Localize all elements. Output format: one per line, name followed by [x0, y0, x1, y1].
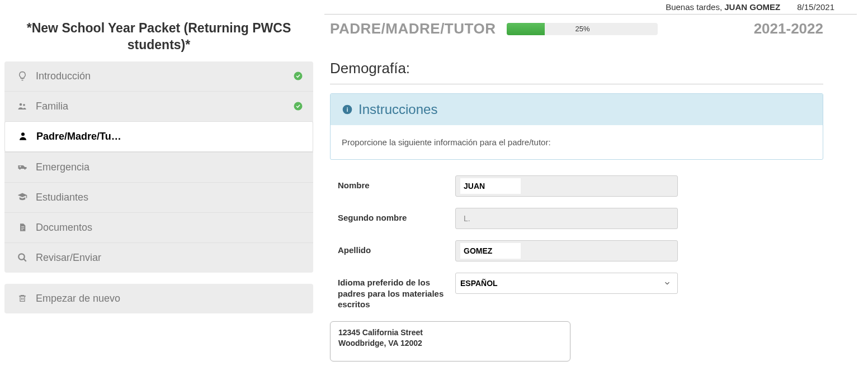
row-nombre: Nombre	[330, 175, 823, 197]
label-idioma: Idioma preferido de los padres para los …	[338, 273, 455, 310]
select-idioma[interactable]: ESPAÑOL	[455, 273, 678, 294]
greeting-label: Buenas tardes,	[666, 2, 722, 12]
row-apellido: Apellido	[330, 240, 823, 261]
sidebar: *New School Year Packet (Returning PWCS …	[0, 15, 313, 373]
address-box[interactable]: 12345 California Street Woodbridge, VA 1…	[330, 321, 570, 361]
label-nombre: Nombre	[338, 175, 455, 191]
nav-item-documentos[interactable]: Documentos	[4, 212, 313, 242]
nav-label: Familia	[36, 101, 68, 112]
main-header: PADRE/MADRE/TUTOR 25% 2021-2022	[330, 20, 823, 37]
nav-item-revisar[interactable]: Revisar/Enviar	[4, 242, 313, 273]
nav-label: Padre/Madre/Tu…	[36, 131, 121, 142]
graduation-icon	[15, 192, 30, 202]
label-apellido: Apellido	[338, 240, 455, 256]
progress-text: 25%	[575, 25, 589, 33]
input-wrap-nombre	[455, 175, 678, 197]
restart-section: Empezar de nuevo	[4, 284, 313, 313]
input-segundo[interactable]	[460, 211, 673, 226]
nav-item-padre[interactable]: Padre/Madre/Tu…	[4, 121, 313, 152]
nav-label: Revisar/Enviar	[36, 252, 101, 264]
trash-icon	[15, 293, 30, 303]
document-icon	[15, 222, 30, 232]
ambulance-icon	[15, 162, 30, 172]
row-idioma: Idioma preferido de los padres para los …	[330, 273, 823, 310]
svg-point-5	[18, 254, 25, 260]
address-line2: Woodbridge, VA 12002	[338, 338, 562, 349]
input-wrap-segundo	[455, 208, 678, 229]
svg-point-2	[23, 104, 25, 106]
nav-list: Introducción Familia Padre/Madre/Tu…	[4, 61, 313, 273]
address-line1: 12345 California Street	[338, 327, 562, 339]
person-icon	[15, 131, 31, 141]
nav-item-estudiantes[interactable]: Estudiantes	[4, 182, 313, 212]
restart-label: Empezar de nuevo	[36, 293, 120, 304]
svg-text:i: i	[346, 106, 348, 113]
label-segundo: Segundo nombre	[338, 208, 455, 223]
svg-point-3	[294, 102, 303, 111]
people-icon	[15, 101, 30, 111]
user-name: JUAN GOMEZ	[724, 2, 780, 12]
section-divider	[330, 84, 823, 84]
check-icon	[293, 71, 303, 81]
nav-item-introduccion[interactable]: Introducción	[4, 61, 313, 91]
progress-bar: 25%	[507, 23, 658, 35]
main-content: PADRE/MADRE/TUTOR 25% 2021-2022 Demograf…	[313, 15, 868, 373]
row-segundo: Segundo nombre	[330, 208, 823, 229]
top-bar: Buenas tardes, JUAN GOMEZ 8/15/2021	[0, 0, 868, 14]
progress-fill	[507, 23, 545, 35]
current-date: 8/15/2021	[797, 2, 834, 12]
nav-label: Estudiantes	[36, 192, 88, 203]
info-icon: i	[342, 104, 353, 115]
select-wrap-idioma: ESPAÑOL	[455, 273, 678, 294]
breadcrumb: PADRE/MADRE/TUTOR	[330, 20, 496, 37]
nav-item-familia[interactable]: Familia	[4, 91, 313, 121]
instructions-title: Instrucciones	[358, 102, 437, 117]
nav-label: Documentos	[36, 222, 92, 234]
nav-label: Introducción	[36, 70, 91, 82]
nav-label: Emergencia	[36, 161, 89, 173]
instructions-body: Proporcione la siguiente información par…	[331, 125, 823, 159]
svg-point-1	[20, 103, 22, 106]
sidebar-title: *New School Year Packet (Returning PWCS …	[4, 15, 313, 61]
svg-point-4	[21, 133, 25, 136]
input-nombre[interactable]	[460, 178, 521, 194]
school-year: 2021-2022	[754, 20, 823, 37]
check-icon	[293, 101, 303, 111]
instructions-header: i Instrucciones	[331, 94, 823, 125]
nav-item-emergencia[interactable]: Emergencia	[4, 152, 313, 182]
input-wrap-apellido	[455, 240, 678, 261]
svg-point-0	[294, 72, 303, 80]
restart-button[interactable]: Empezar de nuevo	[4, 284, 313, 313]
input-apellido[interactable]	[460, 243, 521, 259]
lightbulb-icon	[15, 71, 30, 81]
instructions-box: i Instrucciones Proporcione la siguiente…	[330, 93, 823, 160]
greeting-text: Buenas tardes, JUAN GOMEZ	[666, 2, 780, 12]
search-icon	[15, 253, 30, 263]
section-title: Demografía:	[330, 60, 823, 77]
